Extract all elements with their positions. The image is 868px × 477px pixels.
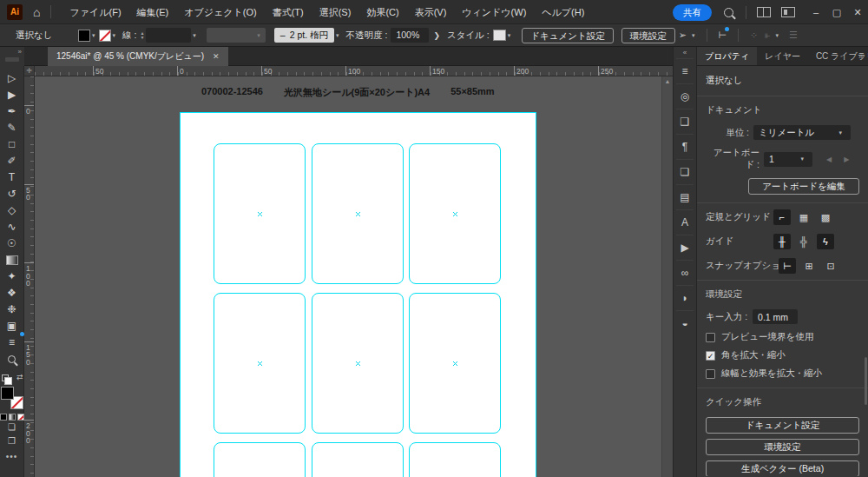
transform-panel-icon[interactable]: ❑ — [676, 109, 694, 134]
collapse-panel-icon[interactable]: » — [858, 47, 863, 66]
menu-item-5[interactable]: 効果(C) — [358, 0, 406, 24]
stroke-weight-field[interactable] — [146, 28, 191, 43]
search-icon[interactable] — [724, 8, 733, 17]
chevron-down-icon[interactable]: ▾ — [692, 32, 695, 39]
preferences-button[interactable]: 環境設定 — [621, 28, 675, 43]
menu-item-8[interactable]: ヘルプ(H) — [534, 0, 592, 24]
panel-tab-1[interactable]: レイヤー — [757, 47, 808, 65]
pen-tool[interactable]: ✒ — [3, 103, 22, 120]
share-button[interactable]: 共有 — [673, 4, 712, 21]
canvas-viewport[interactable]: 070002-12546 光沢無地シール(9面×20シート)A4 55×85mm… — [35, 76, 673, 477]
chevron-down-icon[interactable]: ▾ — [193, 32, 196, 39]
chevron-down-icon[interactable]: ▾ — [508, 32, 511, 39]
opacity-options-arrow[interactable]: ❯ — [430, 31, 444, 40]
ruler-icon[interactable]: ⌐ — [773, 209, 791, 225]
stroke-panel-icon[interactable]: ≡ — [676, 58, 694, 83]
graphic-style-swatch[interactable] — [493, 30, 506, 41]
none-button[interactable] — [17, 414, 24, 421]
grid-icon[interactable]: ▦ — [795, 209, 812, 225]
gradient-panel-icon[interactable]: ◗ — [676, 285, 694, 310]
minimize-button[interactable]: – — [806, 0, 826, 24]
illustrator-logo-icon[interactable]: Ai — [7, 4, 23, 20]
stroke-weight-stepper[interactable]: ▲▼ — [140, 31, 144, 40]
document-setup-button[interactable]: ドキュメント設定 — [522, 28, 613, 43]
gradient-button[interactable] — [9, 414, 16, 421]
eyedropper-tool[interactable]: ✦ — [3, 268, 22, 285]
chevron-down-icon[interactable]: ▾ — [336, 32, 339, 39]
tools-panel-header[interactable]: » — [0, 47, 24, 66]
rotate-tool[interactable]: ↺ — [3, 186, 22, 202]
rectangle-tool[interactable]: □ — [3, 136, 22, 153]
snap-options-icon[interactable]: ⊢ — [719, 30, 727, 41]
opacity-field[interactable]: 100% — [391, 28, 429, 43]
maximize-button[interactable]: ▢ — [826, 0, 847, 24]
select-similar-icon[interactable]: ➢ — [679, 30, 687, 41]
direct-selection-tool[interactable]: ▶ — [3, 87, 22, 103]
guides-icon[interactable]: ╫ — [773, 234, 791, 249]
swap-fill-stroke-icon[interactable]: ⇄ — [16, 373, 23, 381]
fill-color-swatch[interactable] — [78, 30, 90, 42]
appearance-panel-icon[interactable]: ❏ — [676, 159, 694, 184]
menu-item-7[interactable]: ウィンドウ(W) — [454, 0, 534, 24]
edit-toolbar-icon[interactable]: ••• — [6, 452, 18, 461]
menu-item-0[interactable]: ファイル(F) — [62, 0, 128, 24]
panel-scrollbar-thumb[interactable] — [865, 357, 867, 405]
ruler-origin-corner[interactable]: ✛ — [24, 66, 35, 76]
artboard-dropdown[interactable]: 1 ▾ — [764, 152, 812, 167]
close-tab-icon[interactable]: ✕ — [213, 52, 220, 61]
vertical-scrollbar[interactable]: ▲ — [661, 76, 673, 477]
sticker-cell[interactable] — [214, 442, 306, 477]
links-panel-icon[interactable]: ∞ — [676, 260, 694, 285]
menu-item-4[interactable]: 選択(S) — [312, 0, 359, 24]
home-icon[interactable]: ⌂ — [33, 0, 40, 24]
horizontal-ruler[interactable]: 50050100150200250 — [35, 66, 673, 76]
units-dropdown[interactable]: ミリメートル ▾ — [753, 125, 851, 140]
chevron-down-icon[interactable]: ▾ — [113, 32, 116, 39]
screen-mode-icon[interactable]: ❐ — [8, 434, 16, 448]
arrange-documents-icon[interactable] — [757, 7, 771, 17]
vertical-ruler[interactable]: 050100150200 — [24, 76, 35, 477]
edit-artboards-button[interactable]: アートボードを編集 — [748, 178, 859, 195]
character-panel-icon[interactable]: A — [676, 209, 694, 235]
default-fill-stroke-icon[interactable] — [2, 374, 9, 381]
zoom-tool[interactable] — [3, 351, 22, 368]
options-menu-icon[interactable]: ☰ — [789, 30, 798, 41]
menu-item-6[interactable]: 表示(V) — [407, 0, 455, 24]
shape-builder-tool[interactable]: ❉ — [3, 301, 22, 318]
checkbox-unchecked[interactable] — [706, 369, 715, 379]
blend-tool[interactable]: ❖ — [3, 285, 22, 301]
brush-definition-dropdown[interactable]: – 2 pt. 楕円 — [274, 28, 334, 43]
transparency-panel-icon[interactable]: ◎ — [676, 83, 694, 109]
close-button[interactable]: ✕ — [847, 0, 868, 24]
quick-action-button-1[interactable]: 環境設定 — [706, 439, 859, 455]
quick-action-button-2[interactable]: 生成ベクター (Beta) — [706, 460, 859, 476]
gradient-tool[interactable] — [3, 252, 22, 268]
align-tool[interactable]: ≡ — [3, 335, 22, 351]
paintbrush-tool[interactable]: ✐ — [3, 153, 22, 169]
color-panel-icon[interactable]: ◒ — [676, 310, 694, 335]
chevron-down-icon[interactable]: ▾ — [92, 32, 95, 39]
lock-guides-icon[interactable]: ╬ — [795, 234, 812, 249]
snap-to-point-icon[interactable]: ⊢ — [779, 258, 796, 274]
stroke-color-swatch[interactable] — [99, 30, 111, 42]
panel-tab-0[interactable]: プロパティ — [697, 47, 757, 65]
type-tool[interactable]: T — [3, 169, 22, 186]
sticker-cell[interactable] — [409, 442, 501, 477]
snap-to-pixel-icon[interactable]: ⊡ — [822, 258, 839, 274]
next-artboard-icon[interactable]: ▶ — [844, 156, 849, 163]
eraser-tool[interactable]: ◇ — [3, 202, 22, 219]
menu-item-1[interactable]: 編集(E) — [129, 0, 177, 24]
color-button[interactable] — [0, 414, 7, 421]
curvature-tool[interactable]: ✎ — [3, 120, 22, 136]
transparency-grid-icon[interactable]: ▩ — [817, 209, 834, 225]
key-input-field[interactable]: 0.1 mm — [753, 309, 798, 324]
smart-guides-icon[interactable]: ϟ — [817, 234, 834, 249]
paragraph-panel-icon[interactable]: ¶ — [676, 134, 694, 159]
checkbox-unchecked[interactable] — [706, 333, 715, 342]
fill-swatch[interactable] — [1, 387, 14, 400]
quick-action-button-0[interactable]: ドキュメント設定 — [706, 417, 859, 434]
snap-to-grid-icon[interactable]: ⊞ — [800, 258, 818, 274]
sticker-cell[interactable] — [312, 442, 404, 477]
pencil-tool[interactable]: ∿ — [3, 219, 22, 235]
previous-artboard-icon[interactable]: ◀ — [826, 156, 832, 163]
